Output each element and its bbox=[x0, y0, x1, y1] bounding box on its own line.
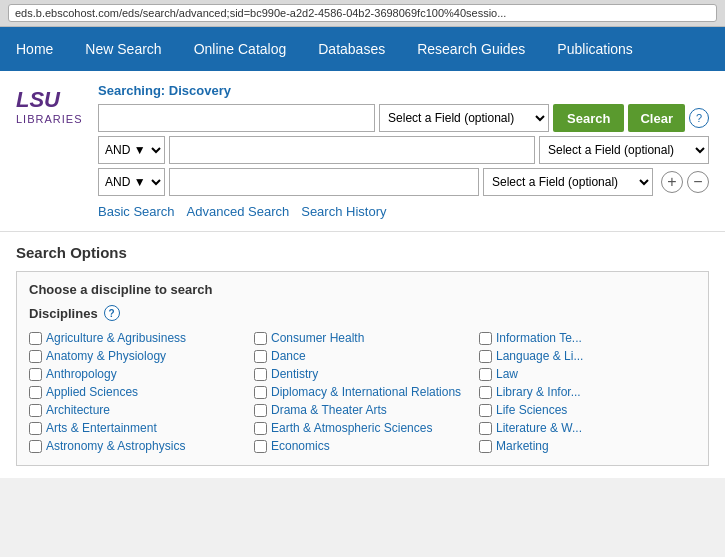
search-history-link[interactable]: Search History bbox=[301, 204, 386, 219]
discipline-label-law[interactable]: Law bbox=[496, 367, 518, 381]
discipline-checkbox-info-tech[interactable] bbox=[479, 332, 492, 345]
discipline-label-language[interactable]: Language & Li... bbox=[496, 349, 583, 363]
discipline-checkbox-consumer-health[interactable] bbox=[254, 332, 267, 345]
discipline-checkbox-agriculture[interactable] bbox=[29, 332, 42, 345]
discipline-checkbox-anthropology[interactable] bbox=[29, 368, 42, 381]
search-links: Basic Search Advanced Search Search Hist… bbox=[98, 204, 709, 219]
discipline-checkbox-life-sciences[interactable] bbox=[479, 404, 492, 417]
discipline-label-dentistry[interactable]: Dentistry bbox=[271, 367, 318, 381]
discipline-checkbox-literature[interactable] bbox=[479, 422, 492, 435]
discipline-item: Applied Sciences bbox=[29, 383, 246, 401]
discipline-checkbox-economics[interactable] bbox=[254, 440, 267, 453]
clear-button[interactable]: Clear bbox=[628, 104, 685, 132]
discipline-checkbox-dentistry[interactable] bbox=[254, 368, 267, 381]
field-select-2[interactable]: Select a Field (optional) bbox=[539, 136, 709, 164]
discipline-item: Law bbox=[479, 365, 696, 383]
discipline-help-button[interactable]: ? bbox=[104, 305, 120, 321]
discipline-item: Dentistry bbox=[254, 365, 471, 383]
discipline-item: Literature & W... bbox=[479, 419, 696, 437]
field-select-1[interactable]: Select a Field (optional) bbox=[379, 104, 549, 132]
discipline-section-title: Choose a discipline to search bbox=[29, 282, 696, 297]
discipline-item: Life Sciences bbox=[479, 401, 696, 419]
discipline-item: Drama & Theater Arts bbox=[254, 401, 471, 419]
discipline-label-astronomy[interactable]: Astronomy & Astrophysics bbox=[46, 439, 185, 453]
disciplines-label: Disciplines bbox=[29, 306, 98, 321]
nav-item-publications[interactable]: Publications bbox=[541, 27, 649, 71]
nav-bar: Home New Search Online Catalog Databases… bbox=[0, 27, 725, 71]
discipline-label-architecture[interactable]: Architecture bbox=[46, 403, 110, 417]
search-options-title: Search Options bbox=[16, 244, 709, 261]
logo-lsu: LSU bbox=[16, 87, 86, 113]
search-input-2[interactable] bbox=[169, 136, 535, 164]
discipline-label-agriculture[interactable]: Agriculture & Agribusiness bbox=[46, 331, 186, 345]
discipline-label-life-sciences[interactable]: Life Sciences bbox=[496, 403, 567, 417]
discipline-checkbox-drama[interactable] bbox=[254, 404, 267, 417]
discipline-item: Dance bbox=[254, 347, 471, 365]
discipline-item: Diplomacy & International Relations bbox=[254, 383, 471, 401]
nav-home-label: Home bbox=[16, 41, 53, 57]
discipline-label-info-tech[interactable]: Information Te... bbox=[496, 331, 582, 345]
search-input-1[interactable] bbox=[98, 104, 375, 132]
discipline-label-applied-sciences[interactable]: Applied Sciences bbox=[46, 385, 138, 399]
discipline-item: Information Te... bbox=[479, 329, 696, 347]
choose-discipline-label: Choose a discipline to search bbox=[29, 282, 213, 297]
discipline-item: Marketing bbox=[479, 437, 696, 455]
discipline-checkbox-architecture[interactable] bbox=[29, 404, 42, 417]
basic-search-link[interactable]: Basic Search bbox=[98, 204, 175, 219]
discipline-label-anatomy[interactable]: Anatomy & Physiology bbox=[46, 349, 166, 363]
nav-item-research-guides[interactable]: Research Guides bbox=[401, 27, 541, 71]
discipline-item: Earth & Atmospheric Sciences bbox=[254, 419, 471, 437]
discipline-box: Choose a discipline to search Discipline… bbox=[16, 271, 709, 466]
discipline-checkbox-library[interactable] bbox=[479, 386, 492, 399]
discipline-label-drama[interactable]: Drama & Theater Arts bbox=[271, 403, 387, 417]
discipline-checkbox-dance[interactable] bbox=[254, 350, 267, 363]
discipline-checkbox-language[interactable] bbox=[479, 350, 492, 363]
discipline-label-dance[interactable]: Dance bbox=[271, 349, 306, 363]
search-row-3: AND ▼ OR NOT Select a Field (optional) +… bbox=[98, 168, 709, 196]
nav-publications-label: Publications bbox=[557, 41, 633, 57]
discipline-checkbox-anatomy[interactable] bbox=[29, 350, 42, 363]
discipline-checkbox-astronomy[interactable] bbox=[29, 440, 42, 453]
discipline-grid: Agriculture & Agribusiness Anatomy & Phy… bbox=[29, 329, 696, 455]
discipline-item: Anthropology bbox=[29, 365, 246, 383]
remove-row-button[interactable]: − bbox=[687, 171, 709, 193]
discipline-label-consumer-health[interactable]: Consumer Health bbox=[271, 331, 364, 345]
discipline-checkbox-marketing[interactable] bbox=[479, 440, 492, 453]
discipline-checkbox-arts[interactable] bbox=[29, 422, 42, 435]
discipline-item: Anatomy & Physiology bbox=[29, 347, 246, 365]
nav-item-new-search[interactable]: New Search bbox=[69, 27, 177, 71]
discipline-label-arts[interactable]: Arts & Entertainment bbox=[46, 421, 157, 435]
discipline-label-diplomacy[interactable]: Diplomacy & International Relations bbox=[271, 385, 461, 399]
discipline-label-earth[interactable]: Earth & Atmospheric Sciences bbox=[271, 421, 432, 435]
search-options-section: Search Options Choose a discipline to se… bbox=[0, 231, 725, 478]
header-area: LSU libraries Searching: Discovery Selec… bbox=[16, 83, 709, 219]
help-button-1[interactable]: ? bbox=[689, 108, 709, 128]
searching-prefix: Searching: bbox=[98, 83, 165, 98]
discipline-checkbox-earth[interactable] bbox=[254, 422, 267, 435]
discipline-item: Language & Li... bbox=[479, 347, 696, 365]
bool-select-3[interactable]: AND ▼ OR NOT bbox=[98, 168, 165, 196]
discipline-checkbox-applied-sciences[interactable] bbox=[29, 386, 42, 399]
discipline-label-economics[interactable]: Economics bbox=[271, 439, 330, 453]
discipline-checkbox-law[interactable] bbox=[479, 368, 492, 381]
search-input-3[interactable] bbox=[169, 168, 479, 196]
add-remove-controls: + − bbox=[661, 171, 709, 193]
discipline-label-literature[interactable]: Literature & W... bbox=[496, 421, 582, 435]
discipline-item: Arts & Entertainment bbox=[29, 419, 246, 437]
discipline-col-2: Consumer Health Dance Dentistry Diplomac… bbox=[254, 329, 471, 455]
search-button[interactable]: Search bbox=[553, 104, 624, 132]
discipline-checkbox-diplomacy[interactable] bbox=[254, 386, 267, 399]
add-row-button[interactable]: + bbox=[661, 171, 683, 193]
main-content: LSU libraries Searching: Discovery Selec… bbox=[0, 71, 725, 231]
browser-url[interactable]: eds.b.ebscohost.com/eds/search/advanced;… bbox=[8, 4, 717, 22]
discipline-label-anthropology[interactable]: Anthropology bbox=[46, 367, 117, 381]
nav-item-online-catalog[interactable]: Online Catalog bbox=[178, 27, 303, 71]
searching-target: Discovery bbox=[169, 83, 231, 98]
field-select-3[interactable]: Select a Field (optional) bbox=[483, 168, 653, 196]
bool-select-2[interactable]: AND ▼ OR NOT bbox=[98, 136, 165, 164]
nav-item-databases[interactable]: Databases bbox=[302, 27, 401, 71]
discipline-label-marketing[interactable]: Marketing bbox=[496, 439, 549, 453]
nav-item-home[interactable]: Home bbox=[0, 27, 69, 71]
advanced-search-link[interactable]: Advanced Search bbox=[187, 204, 290, 219]
discipline-label-library[interactable]: Library & Infor... bbox=[496, 385, 581, 399]
